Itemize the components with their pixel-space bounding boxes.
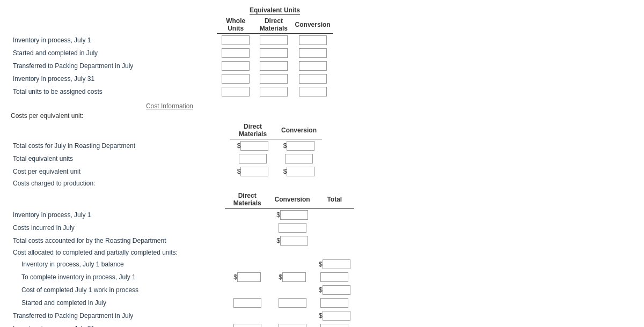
input-s3-transferred-total[interactable] <box>323 311 350 321</box>
label-s3-started-completed: Started and completed in July <box>11 296 225 309</box>
label-total-equiv-units: Total equivalent units <box>11 152 230 165</box>
input-conv-equiv-units[interactable] <box>285 154 313 164</box>
conversion-col-header: Conversion <box>292 16 333 34</box>
row-s3-inv-july1-balance: Inventory in process, July 1 balance $ <box>11 258 354 271</box>
s2-conversion-header: Conversion <box>276 122 322 139</box>
row-started-completed: Started and completed in July <box>11 47 333 60</box>
input-s3-started-dm[interactable] <box>233 298 261 308</box>
input-conv-total-costs[interactable] <box>287 141 314 151</box>
input-conv-inv31[interactable] <box>299 74 327 84</box>
input-s3-started-conv[interactable] <box>279 298 306 308</box>
input-s3-costs-incurred-total[interactable] <box>279 223 306 233</box>
input-s3-inv31-total[interactable] <box>320 324 348 327</box>
row-cost-per-equiv: Cost per equivalent unit $ $ <box>11 165 322 178</box>
input-dm-cost-per-equiv[interactable] <box>240 167 268 176</box>
input-conv-started[interactable] <box>299 48 327 58</box>
input-conv-transferred[interactable] <box>299 61 327 71</box>
row-s3-transferred: Transferred to Packing Department in Jul… <box>11 309 354 322</box>
cell-conv-inv1 <box>292 34 333 47</box>
row-s3-inv-july1: Inventory in process, July 1 $ <box>11 209 354 222</box>
label-s3-total-costs: Total costs accounted for by the Roastin… <box>11 234 225 247</box>
input-dm-total-costs[interactable] <box>240 141 268 151</box>
direct-materials-col-header: DirectMaterials <box>255 16 293 34</box>
row-inventory-july31: Inventory in process, July 31 <box>11 72 333 85</box>
label-cost-per-equiv: Cost per equivalent unit <box>11 165 230 178</box>
input-s3-inv-balance-total[interactable] <box>323 259 350 269</box>
input-conv-inv1[interactable] <box>299 35 327 45</box>
input-s3-cost-completed-total[interactable] <box>323 285 350 295</box>
whole-units-col-header: WholeUnits <box>217 16 255 34</box>
input-s3-to-complete-total[interactable] <box>320 272 348 282</box>
equiv-units-header: Equivalent Units <box>217 5 333 16</box>
row-s3-total-costs: Total costs accounted for by the Roastin… <box>11 234 354 247</box>
label-inventory-july1: Inventory in process, July 1 <box>11 34 217 47</box>
s3-total-header: Total <box>315 191 354 209</box>
row-total-units: Total units to be assigned costs <box>11 85 333 98</box>
label-costs-charged: Costs charged to production: <box>11 178 230 189</box>
costs-per-equiv-label: Costs per equivalent unit: <box>11 112 633 120</box>
label-s3-to-complete: To complete inventory in process, July 1 <box>11 271 225 284</box>
row-total-equiv-units: Total equivalent units <box>11 152 322 165</box>
input-dm-inv31[interactable] <box>260 74 288 84</box>
s3-direct-materials-header: DirectMaterials <box>225 191 270 209</box>
row-s3-cost-alloc-header: Cost allocated to completed and partiall… <box>11 247 354 258</box>
input-wu-inv31[interactable] <box>222 74 250 84</box>
s3-conversion-header: Conversion <box>270 191 315 209</box>
label-s3-transferred: Transferred to Packing Department in Jul… <box>11 309 225 322</box>
label-s3-costs-incurred: Costs incurred in July <box>11 221 225 234</box>
label-s3-inv-balance: Inventory in process, July 1 balance <box>11 258 225 271</box>
input-conv-cost-per-equiv[interactable] <box>287 167 314 176</box>
input-dm-started[interactable] <box>260 48 288 58</box>
label-s3-inv-july31: Inventory in process, July 31 <box>11 322 225 327</box>
cost-info-label: Cost Information <box>11 102 193 110</box>
row-transferred: Transferred to Packing Department in Jul… <box>11 60 333 72</box>
cell-wu-inv1 <box>217 34 255 47</box>
label-total-costs-july: Total costs for July in Roasting Departm… <box>11 139 230 153</box>
s2-direct-materials-header: DirectMaterials <box>230 122 276 139</box>
input-s3-total-costs[interactable] <box>280 236 308 246</box>
label-s3-cost-alloc: Cost allocated to completed and partiall… <box>11 247 225 258</box>
label-s3-cost-completed: Cost of completed July 1 work in process <box>11 284 225 296</box>
row-s3-cost-completed: Cost of completed July 1 work in process… <box>11 284 354 296</box>
input-s3-inv-july1-total[interactable] <box>280 210 308 220</box>
input-conv-total[interactable] <box>299 87 327 96</box>
row-total-costs-july: Total costs for July in Roasting Departm… <box>11 139 322 153</box>
input-dm-total[interactable] <box>260 87 288 96</box>
input-wu-total[interactable] <box>222 87 250 96</box>
input-s3-to-complete-dm[interactable] <box>237 272 261 282</box>
label-total-units: Total units to be assigned costs <box>11 85 217 98</box>
label-started-completed: Started and completed in July <box>11 47 217 60</box>
label-s3-inv-july1: Inventory in process, July 1 <box>11 209 225 222</box>
input-wu-inv1[interactable] <box>222 35 250 45</box>
input-dm-inv1[interactable] <box>260 35 288 45</box>
row-costs-charged-header: Costs charged to production: <box>11 178 322 189</box>
input-s3-to-complete-conv[interactable] <box>282 272 306 282</box>
page-container: Equivalent Units WholeUnits DirectMateri… <box>11 5 633 327</box>
input-dm-transferred[interactable] <box>260 61 288 71</box>
row-s3-inv-july31: Inventory in process, July 31 <box>11 322 354 327</box>
input-dm-equiv-units[interactable] <box>239 154 267 164</box>
label-transferred: Transferred to Packing Department in Jul… <box>11 60 217 72</box>
input-s3-inv31-conv[interactable] <box>279 324 306 327</box>
row-s3-started-completed: Started and completed in July <box>11 296 354 309</box>
input-s3-inv31-dm[interactable] <box>233 324 261 327</box>
cell-dm-inv1 <box>255 34 293 47</box>
label-inventory-july31: Inventory in process, July 31 <box>11 72 217 85</box>
row-s3-to-complete: To complete inventory in process, July 1… <box>11 271 354 284</box>
input-s3-started-total[interactable] <box>320 298 348 308</box>
row-s3-costs-incurred: Costs incurred in July <box>11 221 354 234</box>
row-inventory-july1: Inventory in process, July 1 <box>11 34 333 47</box>
input-wu-transferred[interactable] <box>222 61 250 71</box>
input-wu-started[interactable] <box>222 48 250 58</box>
